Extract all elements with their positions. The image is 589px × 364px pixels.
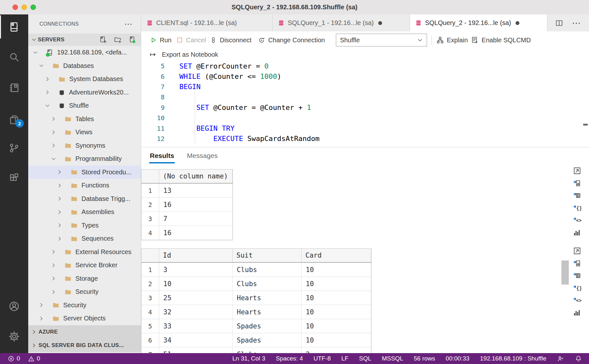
cell[interactable]: Spades	[233, 333, 302, 347]
cell[interactable]: Clubs	[233, 277, 302, 291]
cell[interactable]: 25	[159, 291, 233, 305]
activity-item-notebooks[interactable]	[0, 79, 28, 96]
change-connection-button[interactable]: Change Connection	[258, 37, 325, 44]
activity-item-connections[interactable]	[0, 19, 28, 35]
column-header-suit[interactable]: Suit	[233, 249, 302, 262]
cell[interactable]: Hearts	[233, 305, 302, 319]
enable-sqlcmd-button[interactable]: Enable SQLCMD	[471, 36, 531, 44]
activity-item-account[interactable]	[0, 298, 28, 315]
cell[interactable]: 33	[159, 319, 233, 333]
language-mode[interactable]: SQL	[359, 355, 371, 362]
cell[interactable]: 10	[302, 305, 371, 319]
maximize-icon[interactable]	[573, 247, 581, 255]
tab-client-sql[interactable]: CLIENT.sql - 192.16...le (sa)	[141, 14, 273, 31]
activity-item-settings[interactable]	[0, 328, 28, 345]
tree-item-sequences[interactable]: Sequences	[28, 232, 141, 245]
save-csv-icon[interactable]	[573, 179, 581, 187]
activity-item-extensions[interactable]	[0, 170, 28, 186]
cancel-button[interactable]: Cancel	[176, 37, 206, 44]
row-number[interactable]: 1	[141, 263, 159, 277]
column-header-id[interactable]: Id	[159, 249, 233, 262]
maximize-icon[interactable]	[573, 167, 581, 175]
encoding[interactable]: UTF-8	[313, 355, 331, 362]
result-grid-1[interactable]: (No column name)11321637416	[141, 169, 233, 240]
activity-item-source-control[interactable]	[0, 140, 28, 156]
cell[interactable]: 32	[159, 305, 233, 319]
save-xml-icon[interactable]: <>	[573, 296, 581, 304]
row-number[interactable]: 6	[141, 333, 159, 347]
editor-more-actions-icon[interactable]: ⋯	[572, 21, 581, 25]
cell[interactable]: 10	[159, 277, 233, 291]
cell[interactable]: 7	[159, 212, 233, 226]
tab-messages[interactable]: Messages	[187, 152, 218, 160]
active-connections-icon[interactable]	[129, 36, 136, 44]
new-server-group-icon[interactable]	[114, 36, 122, 44]
tree-item-system-databases[interactable]: System Databases	[28, 72, 141, 86]
save-csv-icon[interactable]	[573, 259, 581, 268]
cell[interactable]: Spades	[233, 319, 302, 333]
activity-item-explorer[interactable]: 2	[0, 112, 28, 128]
servers-section-header[interactable]: SERVERS	[28, 34, 141, 46]
row-number[interactable]: 3	[141, 291, 159, 305]
indentation[interactable]: Spaces: 4	[276, 355, 303, 362]
cell[interactable]: Clubs	[233, 347, 302, 353]
section-azure[interactable]: AZURE	[28, 325, 141, 339]
result-grid-2[interactable]: IdSuitCard13Clubs10210Clubs10325Hearts10…	[141, 248, 371, 353]
database-dropdown[interactable]: Shuffle	[336, 34, 427, 46]
row-count[interactable]: 56 rows	[414, 355, 435, 362]
row-number[interactable]: 7	[141, 347, 159, 353]
cell[interactable]: 10	[302, 319, 371, 333]
disconnect-button[interactable]: Disconnect	[210, 37, 252, 44]
tree-item-stored-procedu[interactable]: Stored Procedu...	[28, 166, 141, 179]
close-button[interactable]	[13, 4, 18, 10]
cell[interactable]: 3	[159, 263, 233, 277]
row-number[interactable]: 1	[141, 184, 159, 197]
cell[interactable]: 10	[302, 263, 371, 277]
tree-item-types[interactable]: Types	[28, 219, 141, 232]
save-json-icon[interactable]: {}	[573, 204, 581, 212]
save-excel-icon[interactable]	[573, 271, 581, 280]
elapsed-time[interactable]: 00:00:33	[446, 355, 469, 362]
cell[interactable]: 51	[159, 347, 233, 353]
tree-item-storage[interactable]: Storage	[28, 272, 141, 285]
tree-item-service-broker[interactable]: Service Broker	[28, 259, 141, 272]
cell[interactable]: 10	[302, 277, 371, 291]
minimize-button[interactable]	[21, 4, 27, 10]
row-number[interactable]: 4	[141, 305, 159, 319]
row-number[interactable]: 4	[141, 226, 159, 240]
tree-item-server-objects[interactable]: Server Objects	[28, 312, 141, 325]
tree-item-shuffle[interactable]: Shuffle	[28, 99, 141, 112]
split-editor-icon[interactable]	[555, 19, 563, 27]
editor-scrollbar-marker[interactable]	[583, 124, 588, 126]
cell[interactable]: 10	[302, 333, 371, 347]
new-connection-icon[interactable]	[99, 36, 107, 44]
tree-item-functions[interactable]: Functions	[28, 179, 141, 192]
row-number[interactable]: 3	[141, 212, 159, 226]
connection-status[interactable]: 192.168.68.109 : Shuffle	[480, 355, 546, 362]
cell[interactable]: 34	[159, 333, 233, 347]
chart-icon[interactable]	[573, 309, 581, 317]
column-header-card[interactable]: Card	[302, 249, 371, 262]
tree-item-databases[interactable]: Databases	[28, 59, 141, 73]
explain-button[interactable]: Explain	[436, 36, 468, 44]
tree-item-synonyms[interactable]: Synonyms	[28, 139, 141, 153]
tree-item-external-resources[interactable]: External Resources	[28, 245, 141, 259]
tree-item-database-trigg[interactable]: Database Trigg...	[28, 192, 141, 206]
row-number[interactable]: 2	[141, 277, 159, 291]
tree-item-views[interactable]: Views	[28, 126, 141, 139]
save-xml-icon[interactable]: <>	[573, 216, 581, 224]
run-button[interactable]: Run	[150, 37, 172, 44]
zoom-button[interactable]	[30, 4, 36, 10]
cell[interactable]: Hearts	[233, 291, 302, 305]
tree-item-192-168-68-109-defa[interactable]: 192.168.68.109, <defa...	[28, 46, 141, 59]
cell[interactable]: 16	[159, 226, 233, 240]
cell[interactable]: 13	[159, 184, 233, 197]
tree-item-adventureworks20[interactable]: AdventureWorks20...	[28, 86, 141, 99]
save-json-icon[interactable]: {}	[573, 284, 581, 292]
tree-item-security[interactable]: Security	[28, 299, 141, 312]
row-number[interactable]: 5	[141, 319, 159, 333]
tree-item-programmability[interactable]: Programmability	[28, 152, 141, 166]
chart-icon[interactable]	[573, 228, 581, 237]
results-scrollbar-thumb[interactable]	[561, 261, 569, 285]
sql-editor[interactable]: 5SET @ErrorCounter = 06WHILE (@Counter <…	[141, 60, 589, 147]
